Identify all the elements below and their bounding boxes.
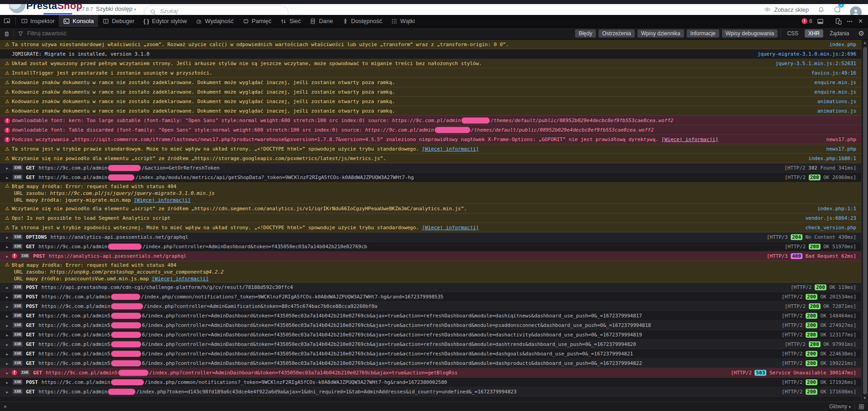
pick-element-button[interactable] xyxy=(0,15,14,27)
tab-network[interactable]: Sieć xyxy=(276,15,305,27)
expand-arrow-icon[interactable]: ▶ xyxy=(3,294,12,300)
expand-arrow-icon[interactable]: ▶ xyxy=(3,351,12,357)
devtools-menu-button[interactable] xyxy=(846,17,853,24)
expand-arrow-icon[interactable]: ▶ xyxy=(3,284,12,290)
expand-arrow-icon[interactable]: ▶ xyxy=(3,341,12,347)
learn-more-link[interactable]: [Więcej informacji] xyxy=(422,146,479,152)
learn-more-link[interactable]: [Więcej informacji] xyxy=(134,197,191,203)
source-location-link[interactable]: jquery-migrate-3.1.0.min.js:2:696 xyxy=(746,51,856,57)
filter-input[interactable] xyxy=(27,30,217,37)
network-request-row[interactable]: ▶XHRGEThttps://9c.com.pl/admin/index.php… xyxy=(0,242,868,251)
evaluation-context-selector[interactable]: Główny ▾ xyxy=(829,403,851,410)
tab-performance[interactable]: Wydajność xyxy=(191,15,238,27)
source-location-link[interactable]: news17.php xyxy=(816,146,856,152)
network-request-row[interactable]: ▶XHRPOSThttps://9c.com.pl/admin/index.ph… xyxy=(0,302,868,311)
expand-arrow-icon[interactable]: ▶ xyxy=(3,303,12,309)
console-output[interactable]: ⚠Ta strona używa niestandardowej właściw… xyxy=(0,40,868,402)
expand-arrow-icon[interactable]: ▶ xyxy=(3,234,12,240)
messages-button[interactable]: 1 xyxy=(834,6,841,13)
warn-message: ⚠Kodowanie znaków dokumentu w ramce nie … xyxy=(0,87,868,97)
tab-console[interactable]: Konsola xyxy=(59,15,98,27)
network-request-row[interactable]: ▶XHRPOSThttps://9c.com.pl/admin/index.ph… xyxy=(0,378,868,387)
close-devtools-button[interactable]: × xyxy=(858,17,863,25)
network-request-row[interactable]: ▶XHRGEThttps://9c.com.pl/admin56/index.p… xyxy=(0,349,868,359)
tab-style-editor[interactable]: { }Edytor stylów xyxy=(139,15,191,27)
filter-button-css[interactable]: CSS xyxy=(783,29,802,38)
clear-console-button[interactable] xyxy=(4,29,10,38)
responsive-design-mode-button[interactable] xyxy=(835,17,842,24)
expand-arrow-icon[interactable]: ▶ xyxy=(3,322,12,328)
tab-memory[interactable]: Pamięć xyxy=(238,15,276,27)
filter-button-żądania[interactable]: Żądania xyxy=(826,29,853,38)
network-request-row[interactable]: ▶XHRGEThttps://9c.com.pl/admin/index.php… xyxy=(0,173,868,182)
expand-arrow-icon[interactable]: ▶ xyxy=(3,389,12,395)
tab-threads[interactable]: Wątki xyxy=(387,15,420,27)
network-request-row[interactable]: ▶XHRGEThttps://9c.com.pl/admin56/index.p… xyxy=(0,340,868,349)
warn-message: ⚠Wczytanie się nie powiodło dla elementu… xyxy=(0,204,868,213)
quick-access-dropdown[interactable]: Szybki dostęp ▾ xyxy=(96,5,136,12)
expand-arrow-icon[interactable]: ▶ xyxy=(3,332,12,338)
admin-search-box[interactable]: Szukaj xyxy=(144,5,288,15)
network-request-row[interactable]: ▶XHRGEThttps://9c.com.pl/admin56/index.p… xyxy=(0,330,868,340)
source-location-link[interactable]: animations.js xyxy=(807,99,856,104)
learn-more-link[interactable]: [Więcej informacji] xyxy=(422,225,479,231)
source-location-link[interactable]: index.php:1680:1 xyxy=(797,156,856,161)
tab-storage[interactable]: Dane xyxy=(305,15,337,27)
source-location-link[interactable]: enquire.min.js xyxy=(803,80,856,85)
notification-count-badge: 1 xyxy=(838,4,844,8)
console-layout-button[interactable] xyxy=(859,403,864,410)
source-location-link[interactable]: jquery-3.5.1.min.js:2:52631 xyxy=(764,61,856,66)
filter-button-wpisy-debugowania[interactable]: Wpisy debugowania xyxy=(722,29,778,38)
notifications-bell-button[interactable] xyxy=(818,6,825,13)
network-request-row[interactable]: ▶XHRGEThttps://9c.com.pl/admin56/index.p… xyxy=(0,321,868,330)
view-shop-link[interactable]: Zobacz sklep xyxy=(764,6,809,13)
network-request-row[interactable]: ▶XHRGEThttps://9c.com.pl/admin/&action=G… xyxy=(0,163,868,173)
network-request-row[interactable]: ▶XHRGEThttps://9c.com.pl/admin56/index.p… xyxy=(0,359,868,368)
learn-more-link[interactable]: [Więcej informacji] xyxy=(152,276,209,282)
network-request-row[interactable]: ▶XHRGEThttps://9c.com.pl/admin/index.php… xyxy=(0,387,868,397)
scroll-up-icon[interactable]: ▲ xyxy=(863,40,867,46)
filter-button-b-dy[interactable]: Błędy xyxy=(575,29,596,38)
expand-arrow-icon[interactable]: ▶ xyxy=(3,244,12,250)
tab-debugger[interactable]: Debuger xyxy=(98,15,139,27)
network-request-row[interactable]: ▶XHROPTIONShttps://analytics-api.psessen… xyxy=(0,232,868,242)
source-location-link[interactable]: check_version.php xyxy=(794,225,856,231)
expand-arrow-icon[interactable]: ▶ xyxy=(3,379,12,385)
source-location-link[interactable]: enquire.min.js xyxy=(803,89,856,95)
tab-accessibility[interactable]: Dostępność xyxy=(338,15,387,27)
source-location-link[interactable]: index.php xyxy=(818,42,856,47)
scroll-down-icon[interactable]: ▼ xyxy=(863,395,867,402)
network-request-row[interactable]: ▶XHRPOSThttps://api.prestashop.com/cdn-c… xyxy=(0,283,868,292)
split-console-button[interactable] xyxy=(817,17,824,24)
filter-button-ostrze-enia[interactable]: Ostrzeżenia xyxy=(599,29,635,38)
expand-arrow-icon[interactable]: ▶ xyxy=(3,313,12,319)
network-request-row[interactable]: ▶!XHRGEThttps://9c.com.pl/admin5/index.p… xyxy=(0,368,868,378)
tab-inspector[interactable]: Inspektor xyxy=(17,15,59,27)
source-location-link[interactable]: favico.js:49:16 xyxy=(801,70,856,76)
console-settings-button[interactable]: ⚙ xyxy=(859,29,864,38)
expand-arrow-icon[interactable]: ▶ xyxy=(3,370,12,376)
expand-arrow-icon[interactable]: ▶ xyxy=(3,165,12,171)
expand-arrow-icon[interactable]: ▶ xyxy=(3,253,12,259)
network-request-row[interactable]: ▶!XHRPOSThttps://analytics-api.psessenti… xyxy=(0,251,868,261)
network-request-row[interactable]: ▶XHRGEThttps://9c.com.pl/admin56/index.p… xyxy=(0,311,868,321)
error-count-indicator[interactable]: ! 6 xyxy=(802,18,812,24)
http-status: [HTTP/2 200 OK 224638ms] xyxy=(771,351,856,357)
filter-button-wpisy-dziennika[interactable]: Wpisy dziennika xyxy=(637,29,684,38)
filter-button-informacje[interactable]: Informacje xyxy=(687,29,719,38)
scrollbar[interactable]: ▲ ▼ xyxy=(861,40,868,402)
avatar[interactable] xyxy=(850,6,862,15)
expand-arrow-icon[interactable]: ▶ xyxy=(3,360,12,366)
source-location-link[interactable]: vendor.js:6864:23 xyxy=(794,215,856,221)
learn-more-link[interactable]: [Więcej informacji] xyxy=(661,137,718,142)
expand-arrow-icon[interactable]: ▶ xyxy=(3,175,12,180)
filter-button-xhr[interactable]: XHR xyxy=(805,29,823,38)
scrollbar-thumb[interactable] xyxy=(863,47,867,394)
prestashop-brand[interactable]: PrestaShop xyxy=(26,4,82,12)
source-location-link[interactable]: animations.js xyxy=(807,108,856,114)
source-location-link[interactable]: index.php:1:1 xyxy=(807,206,856,212)
http-method: GET xyxy=(26,322,35,328)
network-request-row[interactable]: ▶XHRPOSThttps://9c.com.pl/admin/index.ph… xyxy=(0,292,868,302)
expand-sidebar-button[interactable]: » xyxy=(4,403,7,410)
source-location-link[interactable]: news17.php xyxy=(816,137,856,142)
